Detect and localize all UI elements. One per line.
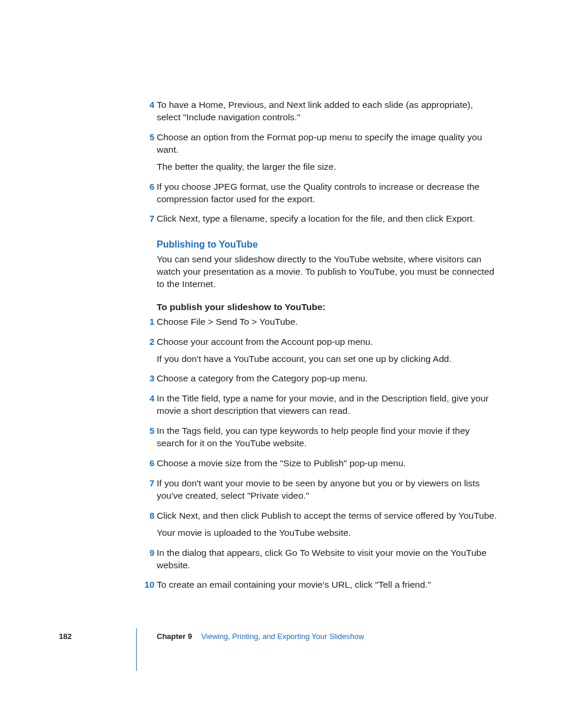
page-number: 182 [59, 632, 72, 641]
step-text: Your movie is uploaded to the YouTube we… [157, 527, 498, 539]
step-text: If you don't want your movie to be seen … [157, 477, 498, 502]
page-footer: 182 Chapter 9 Viewing, Printing, and Exp… [59, 632, 507, 679]
step-number: 10 [143, 579, 154, 591]
step-item: 3Choose a category from the Category pop… [157, 373, 498, 385]
step-text: In the Tags field, you can type keywords… [157, 425, 498, 450]
step-item: 6Choose a movie size from the "Size to P… [157, 457, 498, 470]
step-text: Click Next, type a filename, specify a l… [157, 213, 498, 225]
step-list-youtube: 1Choose File > Send To > YouTube.2Choose… [157, 316, 498, 592]
step-item: 7Click Next, type a filename, specify a … [157, 213, 498, 225]
step-text: In the dialog that appears, click Go To … [157, 547, 498, 572]
step-text: Choose File > Send To > YouTube. [157, 316, 498, 328]
step-item: 2Choose your account from the Account po… [157, 336, 498, 365]
step-text: In the Title field, type a name for your… [157, 393, 498, 417]
chapter-block: Chapter 9 Viewing, Printing, and Exporti… [157, 632, 364, 641]
section-intro: You can send your slideshow directly to … [157, 253, 498, 291]
step-number: 6 [143, 457, 154, 469]
step-item: 4To have a Home, Previous, and Next link… [157, 99, 498, 124]
step-number: 3 [143, 373, 154, 384]
step-item: 1Choose File > Send To > YouTube. [157, 316, 498, 328]
footer-divider [136, 628, 137, 671]
step-number: 9 [143, 547, 154, 559]
step-number: 1 [143, 316, 154, 328]
step-number: 7 [143, 477, 154, 489]
step-text: To create an email containing your movie… [157, 579, 498, 591]
step-text: Click Next, and then click Publish to ac… [157, 510, 498, 522]
step-text: If you choose JPEG format, use the Quali… [157, 181, 498, 206]
section-heading: Publishing to YouTube [157, 238, 498, 251]
step-number: 2 [143, 336, 154, 348]
step-item: 10To create an email containing your mov… [157, 579, 498, 591]
step-item: 4In the Title field, type a name for you… [157, 393, 498, 417]
content-column: 4To have a Home, Previous, and Next link… [157, 99, 498, 591]
step-item: 5Choose an option from the Format pop-up… [157, 131, 498, 173]
step-item: 8Click Next, and then click Publish to a… [157, 510, 498, 539]
step-text: Choose your account from the Account pop… [157, 336, 498, 348]
step-text: Choose a category from the Category pop-… [157, 373, 498, 385]
step-number: 4 [143, 99, 154, 111]
step-number: 7 [143, 213, 154, 225]
step-item: 6If you choose JPEG format, use the Qual… [157, 181, 498, 206]
chapter-title: Viewing, Printing, and Exporting Your Sl… [201, 632, 365, 641]
step-number: 5 [143, 425, 154, 437]
step-text: If you don't have a YouTube account, you… [157, 353, 498, 365]
step-number: 4 [143, 393, 154, 404]
step-item: 5In the Tags field, you can type keyword… [157, 425, 498, 450]
procedure-lead: To publish your slideshow to YouTube: [157, 301, 498, 314]
chapter-label: Chapter 9 [157, 632, 192, 641]
step-number: 5 [143, 131, 154, 143]
step-list-continued: 4To have a Home, Previous, and Next link… [157, 99, 498, 225]
step-item: 9In the dialog that appears, click Go To… [157, 547, 498, 572]
step-number: 8 [143, 510, 154, 522]
step-text: Choose a movie size from the "Size to Pu… [157, 457, 498, 470]
step-item: 7If you don't want your movie to be seen… [157, 477, 498, 502]
step-text: The better the quality, the larger the f… [157, 161, 498, 173]
step-text: To have a Home, Previous, and Next link … [157, 99, 498, 124]
step-number: 6 [143, 181, 154, 193]
step-text: Choose an option from the Format pop-up … [157, 131, 498, 156]
page-body: 4To have a Home, Previous, and Next link… [59, 99, 507, 599]
